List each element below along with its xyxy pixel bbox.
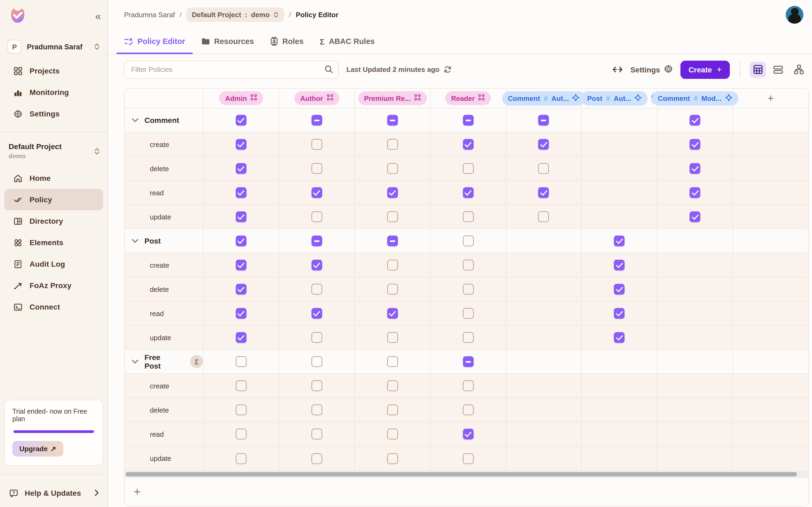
permission-checkbox-unchecked[interactable] [236, 356, 247, 367]
refresh-icon[interactable] [444, 65, 452, 73]
permission-checkbox-checked[interactable] [236, 187, 247, 198]
permission-checkbox-checked[interactable] [387, 308, 398, 319]
permission-checkbox-unchecked[interactable] [311, 211, 322, 222]
permission-checkbox-unchecked[interactable] [311, 284, 322, 294]
permission-checkbox-checked[interactable] [236, 284, 247, 294]
permission-checkbox-unchecked[interactable] [463, 284, 473, 294]
permission-checkbox-unchecked[interactable] [387, 163, 398, 174]
permission-checkbox-unchecked[interactable] [387, 211, 398, 222]
permission-checkbox-unchecked[interactable] [387, 404, 398, 415]
breadcrumb-org[interactable]: Pradumna Saraf [124, 10, 175, 18]
permission-checkbox-unchecked[interactable] [463, 260, 473, 270]
help-updates-button[interactable]: ? Help & Updates [0, 479, 107, 507]
permission-checkbox-unchecked[interactable] [311, 453, 322, 464]
permission-checkbox-indeterminate[interactable] [463, 356, 473, 367]
permission-checkbox-checked[interactable] [311, 187, 322, 198]
abac-sigma-badge[interactable]: Σ [190, 355, 203, 368]
permission-checkbox-checked[interactable] [690, 187, 700, 198]
permission-checkbox-unchecked[interactable] [387, 356, 398, 367]
permission-checkbox-checked[interactable] [614, 260, 625, 270]
permission-checkbox-checked[interactable] [311, 308, 322, 319]
sidebar-item-home[interactable]: Home [4, 167, 103, 189]
permission-checkbox-checked[interactable] [311, 260, 322, 270]
permission-checkbox-unchecked[interactable] [311, 356, 322, 367]
workspace-switcher[interactable]: P Pradumna Saraf [0, 31, 107, 57]
project-switcher[interactable]: Default Project demo [0, 137, 107, 164]
permission-checkbox-checked[interactable] [236, 308, 247, 319]
permission-checkbox-unchecked[interactable] [311, 139, 322, 150]
sidebar-item-monitoring[interactable]: Monitoring [4, 81, 103, 103]
permission-checkbox-checked[interactable] [614, 308, 625, 319]
sidebar-item-projects[interactable]: Projects [4, 60, 103, 81]
role-pill-admin[interactable]: Admin [219, 91, 263, 105]
table-view-toggle[interactable] [750, 61, 766, 77]
permission-checkbox-checked[interactable] [236, 139, 247, 150]
role-pill-reader[interactable]: Reader [445, 91, 491, 105]
permission-checkbox-checked[interactable] [614, 284, 625, 294]
permission-checkbox-unchecked[interactable] [236, 429, 247, 439]
permission-checkbox-indeterminate[interactable] [311, 235, 322, 246]
permission-checkbox-indeterminate[interactable] [463, 115, 473, 125]
permission-checkbox-unchecked[interactable] [539, 163, 549, 174]
add-resource-button[interactable]: + [134, 485, 141, 499]
resize-columns-icon[interactable] [612, 66, 623, 73]
permission-checkbox-unchecked[interactable] [387, 284, 398, 294]
graph-view-toggle[interactable] [791, 61, 807, 77]
permission-checkbox-checked[interactable] [539, 139, 549, 150]
permission-checkbox-unchecked[interactable] [387, 139, 398, 150]
permission-checkbox-checked[interactable] [236, 115, 247, 125]
permission-checkbox-checked[interactable] [539, 187, 549, 198]
permission-checkbox-checked[interactable] [463, 187, 473, 198]
role-pill-author[interactable]: Author [294, 91, 339, 105]
permission-checkbox-checked[interactable] [614, 332, 625, 343]
permission-checkbox-indeterminate[interactable] [387, 235, 398, 246]
permission-checkbox-unchecked[interactable] [311, 404, 322, 415]
permission-checkbox-unchecked[interactable] [236, 380, 247, 391]
sidebar-item-connect[interactable]: Connect [4, 296, 103, 318]
permission-checkbox-checked[interactable] [463, 139, 473, 150]
permission-checkbox-unchecked[interactable] [311, 429, 322, 439]
breadcrumb-project-selector[interactable]: Default Project : demo [187, 7, 284, 22]
permission-checkbox-unchecked[interactable] [463, 404, 473, 415]
permission-checkbox-indeterminate[interactable] [311, 115, 322, 125]
permission-checkbox-checked[interactable] [690, 115, 700, 125]
permission-checkbox-unchecked[interactable] [311, 163, 322, 174]
sidebar-item-policy[interactable]: Policy [4, 189, 103, 210]
permission-checkbox-checked[interactable] [236, 260, 247, 270]
create-button[interactable]: Create + [680, 60, 730, 78]
permission-checkbox-indeterminate[interactable] [387, 115, 398, 125]
permission-checkbox-unchecked[interactable] [463, 308, 473, 319]
sidebar-item-foaz-proxy[interactable]: FoAz Proxy [4, 275, 103, 296]
resource-role-pill-comment-mod[interactable]: Comment#Mod... [652, 91, 738, 105]
upgrade-button[interactable]: Upgrade ↗ [12, 441, 63, 457]
chevron-down-icon[interactable] [132, 238, 139, 243]
permission-checkbox-unchecked[interactable] [463, 163, 473, 174]
permission-checkbox-unchecked[interactable] [463, 380, 473, 391]
sidebar-item-directory[interactable]: Directory [4, 210, 103, 232]
permission-checkbox-unchecked[interactable] [539, 211, 549, 222]
permission-checkbox-checked[interactable] [690, 139, 700, 150]
permission-checkbox-checked[interactable] [463, 429, 473, 439]
permission-checkbox-unchecked[interactable] [387, 380, 398, 391]
permission-checkbox-unchecked[interactable] [311, 332, 322, 343]
permission-checkbox-unchecked[interactable] [387, 332, 398, 343]
permission-checkbox-unchecked[interactable] [463, 235, 473, 246]
user-avatar[interactable] [786, 6, 803, 23]
permission-checkbox-unchecked[interactable] [387, 260, 398, 270]
permission-checkbox-unchecked[interactable] [311, 380, 322, 391]
permission-checkbox-unchecked[interactable] [463, 332, 473, 343]
tab-abac-rules[interactable]: ΣABAC Rules [320, 29, 375, 54]
add-role-button[interactable]: + [767, 92, 774, 104]
tab-policy-editor[interactable]: Policy Editor [124, 29, 185, 54]
permission-checkbox-checked[interactable] [236, 235, 247, 246]
sidebar-item-audit-log[interactable]: Audit Log [4, 253, 103, 275]
permission-checkbox-checked[interactable] [387, 187, 398, 198]
role-pill-premium-re[interactable]: Premium Re... [358, 91, 427, 105]
permission-checkbox-unchecked[interactable] [463, 453, 473, 464]
permission-checkbox-unchecked[interactable] [387, 429, 398, 439]
permission-checkbox-checked[interactable] [690, 211, 700, 222]
sidebar-item-elements[interactable]: Elements [4, 232, 103, 253]
permission-checkbox-indeterminate[interactable] [539, 115, 549, 125]
filter-policies-input[interactable] [124, 60, 339, 78]
permission-checkbox-checked[interactable] [614, 235, 625, 246]
